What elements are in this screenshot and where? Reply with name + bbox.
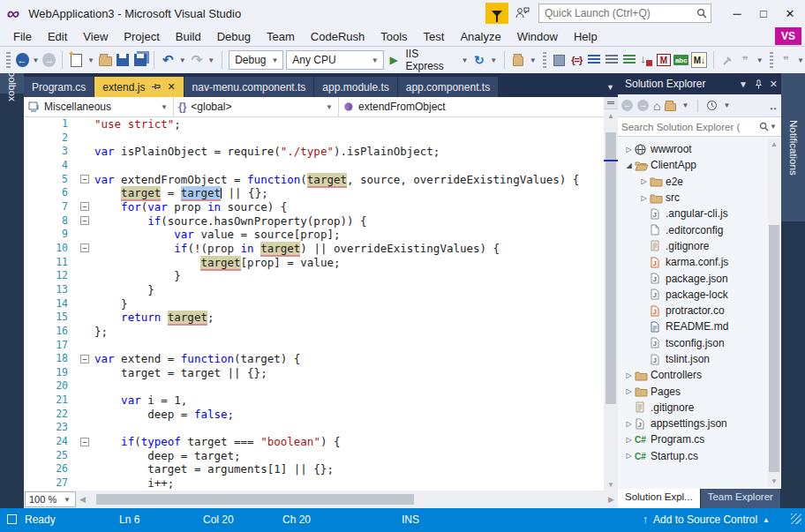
quote-icon[interactable]: ❞ (738, 52, 753, 68)
scroll-down-icon[interactable]: ▼ (604, 478, 618, 491)
refresh-dropdown[interactable]: ▼ (490, 56, 497, 64)
tree-item-.angular-cli.js[interactable]: J.angular-cli.js (618, 206, 781, 221)
fold-collapse-icon[interactable]: − (80, 175, 89, 184)
fold-collapse-icon[interactable]: − (80, 438, 89, 446)
tree-item-Program.cs[interactable]: ▷C#Program.cs (618, 431, 781, 447)
zoom-select[interactable]: 100 %▼ (25, 491, 76, 507)
collapsed-arrow-icon[interactable]: ▷ (638, 177, 650, 185)
start-debug-icon[interactable]: ▶ (387, 52, 402, 68)
code-line-20[interactable]: 20 (24, 379, 604, 393)
collapsed-arrow-icon[interactable]: ▷ (623, 452, 635, 460)
tree-scroll-down-icon[interactable]: ▼ (768, 477, 780, 485)
scope-dropdown[interactable]: {} <global>▼ (174, 97, 339, 116)
add-to-source-control-button[interactable]: ↑ Add to Source Control ▲ (643, 513, 770, 526)
maximize-button[interactable]: □ (750, 2, 777, 25)
fold-collapse-icon[interactable]: − (80, 244, 89, 252)
tree-item-.editorconfig[interactable]: .editorconfig (618, 221, 781, 237)
menu-debug[interactable]: Debug (209, 27, 259, 46)
code-line-23[interactable]: 23 (24, 421, 604, 435)
format-braces-icon[interactable]: {=} (569, 52, 584, 68)
solution-search-box[interactable]: ▼ (618, 117, 781, 137)
close-button[interactable]: ✕ (777, 2, 803, 25)
home-icon[interactable]: ⌂ (653, 99, 660, 113)
fold-collapse-icon[interactable]: − (80, 202, 89, 211)
filter-button[interactable] (485, 3, 508, 24)
code-line-12[interactable]: 12 } (24, 269, 604, 283)
menu-coderush[interactable]: CodeRush (303, 27, 372, 46)
scroll-left-icon[interactable]: ◀ (76, 495, 89, 504)
save-all-icon[interactable] (134, 54, 147, 66)
code-line-22[interactable]: 22 deep = false; (24, 408, 604, 422)
project-dropdown[interactable]: Miscellaneous▼ (24, 97, 174, 116)
collapsed-arrow-icon[interactable]: ▷ (623, 420, 635, 428)
pin-icon[interactable] (151, 82, 161, 92)
tab-list-chevron-icon[interactable]: ▼ (606, 83, 614, 92)
collapsed-arrow-icon[interactable]: ▷ (623, 387, 635, 395)
code-line-6[interactable]: 6 target = target || {}; (24, 186, 604, 200)
debug-configuration-select[interactable]: Debug▼ (229, 50, 283, 70)
toolbar-grip-3[interactable] (770, 52, 774, 68)
toolwindow-tab-solution-expl---[interactable]: Solution Expl... (618, 489, 700, 508)
scroll-right-icon[interactable]: ▶ (605, 495, 618, 504)
redo-dropdown[interactable]: ▼ (207, 56, 214, 64)
tab-close-icon[interactable]: ✕ (167, 81, 175, 93)
tree-item-.gitignore[interactable]: .gitignore (618, 238, 781, 254)
navigate-back-dropdown[interactable]: ▼ (33, 56, 40, 64)
new-file-dropdown[interactable]: ▼ (87, 56, 94, 64)
tree-scrollbar[interactable]: ▲ ▼ (768, 139, 780, 487)
code-line-18[interactable]: 18−var extend = function(target) { (24, 352, 604, 366)
account-badge[interactable]: VS (775, 27, 801, 45)
tree-item-README.md[interactable]: README.md (618, 318, 781, 334)
toolbar-grip-2[interactable] (543, 52, 547, 68)
menu-team[interactable]: Team (259, 27, 303, 46)
menu-test[interactable]: Test (416, 27, 453, 46)
pending-changes-filter-icon[interactable] (706, 100, 718, 111)
navigate-forward-icon[interactable]: → (42, 53, 56, 67)
code-line-27[interactable]: 27 i++; (24, 476, 604, 491)
editor-tab-app.component.ts[interactable]: app.component.ts (398, 77, 498, 97)
platform-select[interactable]: Any CPU▼ (286, 50, 383, 70)
editor-tab-extend.js[interactable]: extend.js✕ (94, 77, 183, 97)
feedback-icon[interactable] (515, 6, 530, 21)
code-line-9[interactable]: 9 var value = source[prop]; (24, 228, 604, 242)
menu-project[interactable]: Project (116, 27, 167, 46)
tree-item-wwwroot[interactable]: ▷wwwroot (618, 141, 781, 157)
switch-views-dropdown[interactable]: ▼ (681, 101, 688, 109)
tree-item-src[interactable]: ▷src (618, 190, 781, 206)
menu-edit[interactable]: Edit (40, 27, 75, 46)
find-in-files-icon[interactable] (513, 56, 523, 66)
collapsed-arrow-icon[interactable]: ▷ (638, 194, 650, 202)
fold-collapse-icon[interactable]: − (80, 355, 89, 363)
code-line-14[interactable]: 14 } (24, 297, 604, 311)
tree-item-package.json[interactable]: Jpackage.json (618, 270, 781, 286)
quick-launch-box[interactable] (538, 4, 711, 23)
menu-view[interactable]: View (75, 27, 116, 46)
attach-icon[interactable] (720, 52, 735, 68)
se-forward-icon[interactable]: → (637, 100, 649, 111)
solution-explorer-header[interactable]: Solution Explorer ▼ ✕ (618, 73, 781, 94)
tree-item-Startup.cs[interactable]: ▷C#Startup.cs (618, 448, 781, 464)
comment-lines-icon[interactable] (606, 55, 618, 65)
menu-window[interactable]: Window (509, 27, 566, 46)
code-line-21[interactable]: 21 var i = 1, (24, 393, 604, 408)
tree-scroll-up-icon[interactable]: ▲ (768, 140, 780, 148)
code-line-1[interactable]: 1"use strict"; (24, 117, 604, 131)
toolwindow-tab-team-explorer[interactable]: Team Explorer (701, 489, 780, 508)
code-line-13[interactable]: 13 } (24, 283, 604, 297)
tree-item-package-lock[interactable]: Jpackage-lock (618, 287, 781, 303)
code-line-24[interactable]: 24− if(typeof target === "boolean") { (24, 435, 604, 449)
run-target-dropdown[interactable]: ▼ (462, 56, 469, 64)
editor-tab-app.module.ts[interactable]: app.module.ts (314, 77, 396, 97)
export-icon[interactable] (640, 54, 652, 66)
open-file-icon[interactable] (99, 56, 112, 66)
tree-scrollbar-thumb[interactable] (769, 225, 779, 472)
pending-changes-dropdown[interactable]: ▼ (723, 101, 730, 109)
code-line-7[interactable]: 7− for(var prop in source) { (24, 200, 604, 214)
new-file-icon[interactable] (71, 54, 82, 67)
toolbox-tab[interactable]: Toolbox (0, 73, 24, 94)
se-back-icon[interactable]: ← (621, 100, 633, 111)
se-overflow-icon[interactable]: ‥ (770, 100, 778, 112)
display-lines-icon[interactable] (623, 55, 636, 65)
code-editor[interactable]: 1"use strict";23var isPlainObject = requ… (24, 117, 604, 491)
code-line-4[interactable]: 4 (24, 159, 604, 173)
